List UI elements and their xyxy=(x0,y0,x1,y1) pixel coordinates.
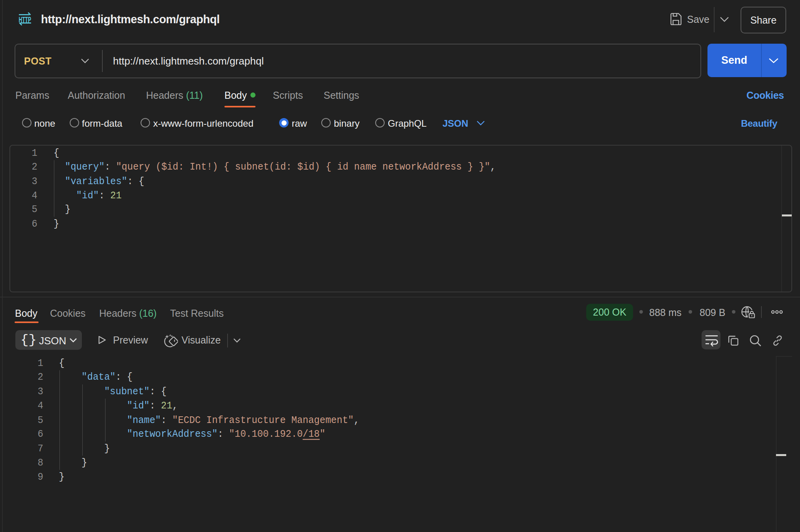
svg-text:HTTP: HTTP xyxy=(19,15,31,24)
